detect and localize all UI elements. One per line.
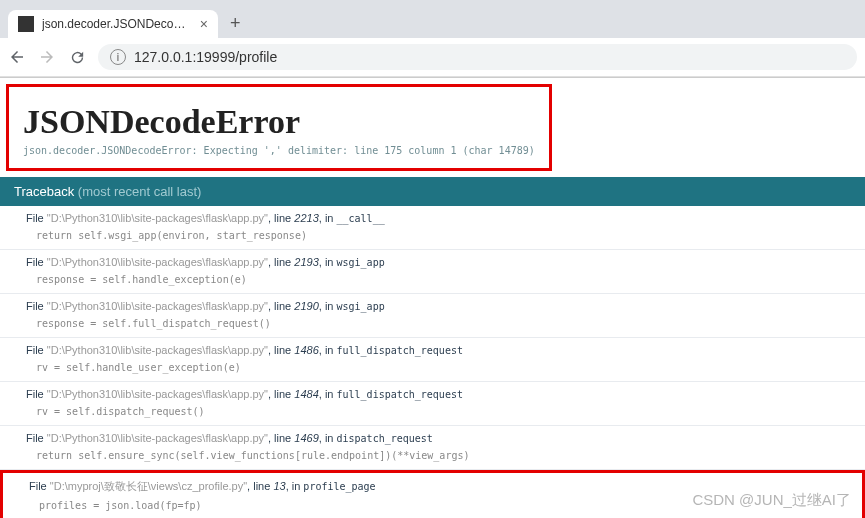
frame-location: File "D:\Python310\lib\site-packages\fla… <box>26 432 847 444</box>
url-text: 127.0.0.1:19999/profile <box>134 49 277 65</box>
tab-favicon-icon <box>18 16 34 32</box>
url-bar[interactable]: i 127.0.0.1:19999/profile <box>98 44 857 70</box>
frame-code: profiles = json.load(fp=fp) <box>29 497 844 513</box>
browser-tab[interactable]: json.decoder.JSONDecodeErro × <box>8 10 218 38</box>
back-button[interactable] <box>8 48 26 66</box>
frame-location: File "D:\Python310\lib\site-packages\fla… <box>26 388 847 400</box>
frame-location: File "D:\Python310\lib\site-packages\fla… <box>26 212 847 224</box>
traceback-frame[interactable]: File "D:\Python310\lib\site-packages\fla… <box>0 426 865 470</box>
frame-code: return self.ensure_sync(self.view_functi… <box>26 447 847 463</box>
traceback-header: Traceback (most recent call last) <box>0 177 865 206</box>
browser-chrome: json.decoder.JSONDecodeErro × + i 127.0.… <box>0 0 865 78</box>
site-info-icon[interactable]: i <box>110 49 126 65</box>
close-icon[interactable]: × <box>200 16 208 32</box>
frame-code: response = self.full_dispatch_request() <box>26 315 847 331</box>
page-content: JSONDecodeError json.decoder.JSONDecodeE… <box>0 78 865 518</box>
frame-code: return self.wsgi_app(environ, start_resp… <box>26 227 847 243</box>
error-header: JSONDecodeError json.decoder.JSONDecodeE… <box>6 84 552 171</box>
traceback-frame[interactable]: File "D:\Python310\lib\site-packages\fla… <box>0 338 865 382</box>
new-tab-button[interactable]: + <box>218 8 253 38</box>
traceback-frame[interactable]: File "D:\Python310\lib\site-packages\fla… <box>0 206 865 250</box>
nav-bar: i 127.0.0.1:19999/profile <box>0 38 865 77</box>
tab-bar: json.decoder.JSONDecodeErro × + <box>0 0 865 38</box>
traceback-frame[interactable]: File "D:\Python310\lib\site-packages\fla… <box>0 382 865 426</box>
error-title: JSONDecodeError <box>23 103 535 141</box>
traceback-frame[interactable]: File "D:\Python310\lib\site-packages\fla… <box>0 250 865 294</box>
frame-code: rv = self.handle_user_exception(e) <box>26 359 847 375</box>
traceback-frame[interactable]: File "D:\myproj\致敬长征\views\cz_profile.py… <box>0 470 865 518</box>
frame-code: response = self.handle_exception(e) <box>26 271 847 287</box>
frame-location: File "D:\Python310\lib\site-packages\fla… <box>26 344 847 356</box>
frame-code: rv = self.dispatch_request() <box>26 403 847 419</box>
traceback-label: Traceback <box>14 184 74 199</box>
tab-title: json.decoder.JSONDecodeErro <box>42 17 192 31</box>
forward-button[interactable] <box>38 48 56 66</box>
traceback-frame[interactable]: File "D:\Python310\lib\site-packages\fla… <box>0 294 865 338</box>
frame-location: File "D:\Python310\lib\site-packages\fla… <box>26 256 847 268</box>
traceback-hint: (most recent call last) <box>78 184 202 199</box>
frame-location: File "D:\Python310\lib\site-packages\fla… <box>26 300 847 312</box>
reload-button[interactable] <box>68 48 86 66</box>
traceback-frames: File "D:\Python310\lib\site-packages\fla… <box>0 206 865 518</box>
frame-location: File "D:\myproj\致敬长征\views\cz_profile.py… <box>29 479 844 494</box>
error-message: json.decoder.JSONDecodeError: Expecting … <box>23 145 535 156</box>
